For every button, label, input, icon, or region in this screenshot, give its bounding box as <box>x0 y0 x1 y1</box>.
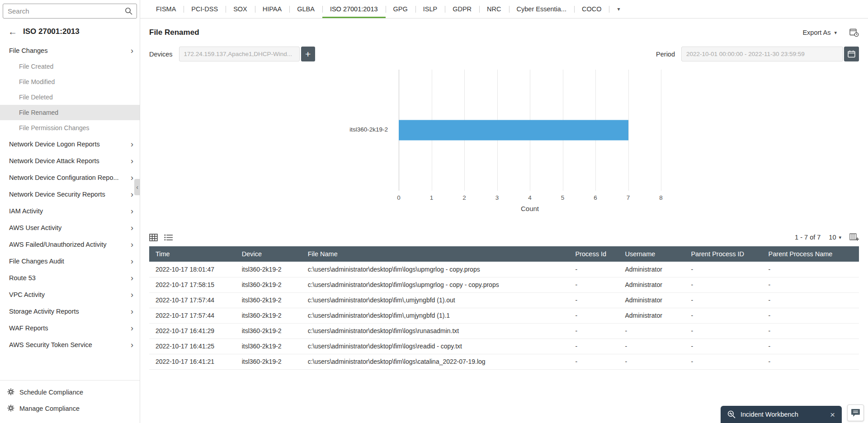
tab-gdpr[interactable]: GDPR <box>445 0 479 18</box>
chevron-right-icon: › <box>131 47 133 55</box>
sidebar-item-network-device-attack-reports[interactable]: Network Device Attack Reports› <box>0 152 140 169</box>
table-body: 2022-10-17 18:01:47itsl360-2k19-2c:\user… <box>149 262 859 369</box>
tab-iso-27001-2013[interactable]: ISO 27001:2013 <box>322 0 386 18</box>
tab-hipaa[interactable]: HIPAA <box>255 0 289 18</box>
sidebar-item-route-53[interactable]: Route 53› <box>0 269 140 286</box>
period-input[interactable]: 2022-10-01 00:00:00 - 2022-11-30 23:59:5… <box>681 47 843 61</box>
page-size-select[interactable]: 10 ▾ <box>829 234 841 241</box>
schedule-compliance-button[interactable]: Schedule Compliance <box>0 384 140 400</box>
sidebar-item-storage-activity-reports[interactable]: Storage Activity Reports› <box>0 303 140 320</box>
table-cell: c:\users\administrator\desktop\fim\logs\… <box>303 262 571 277</box>
sidebar-header: ← ISO 27001:2013 <box>0 20 140 42</box>
table-cell: Administrator <box>620 262 686 277</box>
feedback-chat-button[interactable] <box>847 404 864 421</box>
tab-pci-dss[interactable]: PCI-DSS <box>184 0 226 18</box>
tab-islp[interactable]: ISLP <box>415 0 445 18</box>
sidebar-subitem-file-deleted[interactable]: File Deleted <box>0 89 140 105</box>
sidebar-subitem-file-renamed[interactable]: File Renamed <box>0 105 140 120</box>
sidebar-item-network-device-logon-reports[interactable]: Network Device Logon Reports› <box>0 136 140 152</box>
gridline <box>628 70 629 191</box>
devices-input[interactable]: 172.24.159.137,Apache1,DHCP-Wind... <box>179 47 300 61</box>
search-input[interactable] <box>3 4 137 19</box>
add-device-button[interactable]: + <box>301 47 315 61</box>
table-row[interactable]: 2022-10-17 17:57:44itsl360-2k19-2c:\user… <box>149 292 859 308</box>
sidebar-item-aws-failed-unauthorized-activity[interactable]: AWS Failed/Unauthorized Activity› <box>0 236 140 253</box>
table-view-icon[interactable] <box>149 234 158 241</box>
search-icon[interactable] <box>125 7 132 17</box>
sidebar-item-label: File Changes Audit <box>9 258 64 265</box>
sidebar-nav: File Changes›File CreatedFile ModifiedFi… <box>0 42 140 380</box>
table-cell: 2022-10-17 16:41:21 <box>149 354 237 369</box>
sidebar-item-vpc-activity[interactable]: VPC Activity› <box>0 286 140 303</box>
sidebar-collapse-handle[interactable]: ‹ <box>134 179 140 195</box>
table-cell: Administrator <box>620 308 686 323</box>
close-icon[interactable]: × <box>823 410 835 419</box>
tab-fisma[interactable]: FISMA <box>148 0 184 18</box>
chevron-right-icon: › <box>131 224 133 232</box>
manage-columns-icon[interactable] <box>849 233 859 241</box>
sidebar-item-iam-activity[interactable]: IAM Activity› <box>0 202 140 219</box>
sidebar-item-file-changes[interactable]: File Changes› <box>0 42 140 59</box>
sidebar-subitem-file-created[interactable]: File Created <box>0 59 140 74</box>
tab-gpg[interactable]: GPG <box>386 0 415 18</box>
export-as-button[interactable]: Export As ▾ <box>802 29 837 36</box>
sidebar-item-network-device-configuration-repo[interactable]: Network Device Configuration Repo...› <box>0 169 140 186</box>
table-cell: 2022-10-17 16:41:25 <box>149 338 237 354</box>
column-header-username[interactable]: Username <box>620 246 686 262</box>
x-tick-label: 2 <box>462 194 466 201</box>
table-cell: c:\users\administrator\desktop\fim\logs\… <box>303 354 571 369</box>
sidebar-item-waf-reports[interactable]: WAF Reports› <box>0 320 140 336</box>
page-header: File Renamed Export As ▾ <box>149 22 859 43</box>
sidebar-item-label: IAM Activity <box>9 207 43 215</box>
chevron-right-icon: › <box>131 324 133 332</box>
incident-workbench-bar[interactable]: Incident Workbench × <box>721 406 842 423</box>
sidebar-subitem-file-permission-changes[interactable]: File Permission Changes <box>0 120 140 136</box>
list-view-icon[interactable] <box>164 234 173 241</box>
page-size-value: 10 <box>829 234 836 241</box>
table-cell: 2022-10-17 17:57:44 <box>149 308 237 323</box>
tab-nrc[interactable]: NRC <box>479 0 509 18</box>
sidebar-item-label: Storage Activity Reports <box>9 308 79 315</box>
chevron-right-icon: › <box>131 257 133 265</box>
table-cell: - <box>571 338 621 354</box>
bar-itsl360-2k19-2[interactable] <box>399 120 628 141</box>
table-cell: - <box>571 262 621 277</box>
table-cell: - <box>571 323 621 338</box>
sidebar-subitem-file-modified[interactable]: File Modified <box>0 74 140 89</box>
table-row[interactable]: 2022-10-17 17:57:44itsl360-2k19-2c:\user… <box>149 308 859 323</box>
back-arrow-icon[interactable]: ← <box>8 27 17 36</box>
table-cell: c:\users\administrator\desktop\fim\logs\… <box>303 277 571 292</box>
calendar-button[interactable] <box>844 47 859 61</box>
export-as-label: Export As <box>802 29 830 36</box>
manage-compliance-button[interactable]: Manage Compliance <box>0 400 140 417</box>
table-row[interactable]: 2022-10-17 18:01:47itsl360-2k19-2c:\user… <box>149 262 859 277</box>
table-cell: - <box>686 338 764 354</box>
column-header-parent-process-name[interactable]: Parent Process Name <box>764 246 859 262</box>
table-row[interactable]: 2022-10-17 16:41:25itsl360-2k19-2c:\user… <box>149 338 859 354</box>
gear-icon <box>7 404 14 413</box>
schedule-report-icon[interactable] <box>849 28 859 37</box>
sidebar-item-file-changes-audit[interactable]: File Changes Audit› <box>0 253 140 269</box>
column-header-time[interactable]: Time <box>149 246 237 262</box>
table-cell: 2022-10-17 16:41:29 <box>149 323 237 338</box>
sidebar-item-network-device-security-reports[interactable]: Network Device Security Reports› <box>0 186 140 202</box>
column-header-process-id[interactable]: Process Id <box>571 246 621 262</box>
sidebar-item-aws-security-token-service[interactable]: AWS Security Token Service› <box>0 336 140 353</box>
tab-cyber-essentia[interactable]: Cyber Essentia... <box>509 0 574 18</box>
table-row[interactable]: 2022-10-17 17:58:15itsl360-2k19-2c:\user… <box>149 277 859 292</box>
incident-workbench-icon <box>727 410 736 418</box>
sidebar-item-aws-user-activity[interactable]: AWS User Activity› <box>0 219 140 236</box>
chevron-right-icon: › <box>131 307 133 315</box>
column-header-file-name[interactable]: File Name <box>303 246 571 262</box>
tab-coco[interactable]: COCO <box>574 0 609 18</box>
table-row[interactable]: 2022-10-17 16:41:29itsl360-2k19-2c:\user… <box>149 323 859 338</box>
table-row[interactable]: 2022-10-17 16:41:21itsl360-2k19-2c:\user… <box>149 354 859 369</box>
tab-glba[interactable]: GLBA <box>289 0 322 18</box>
table-cell: itsl360-2k19-2 <box>237 323 303 338</box>
tabs-overflow-button[interactable]: ▾ <box>609 0 628 18</box>
tab-list: FISMAPCI-DSSSOXHIPAAGLBAISO 27001:2013GP… <box>148 0 609 18</box>
tab-sox[interactable]: SOX <box>226 0 255 18</box>
table-cell: itsl360-2k19-2 <box>237 277 303 292</box>
column-header-device[interactable]: Device <box>237 246 303 262</box>
column-header-parent-process-id[interactable]: Parent Process ID <box>686 246 764 262</box>
